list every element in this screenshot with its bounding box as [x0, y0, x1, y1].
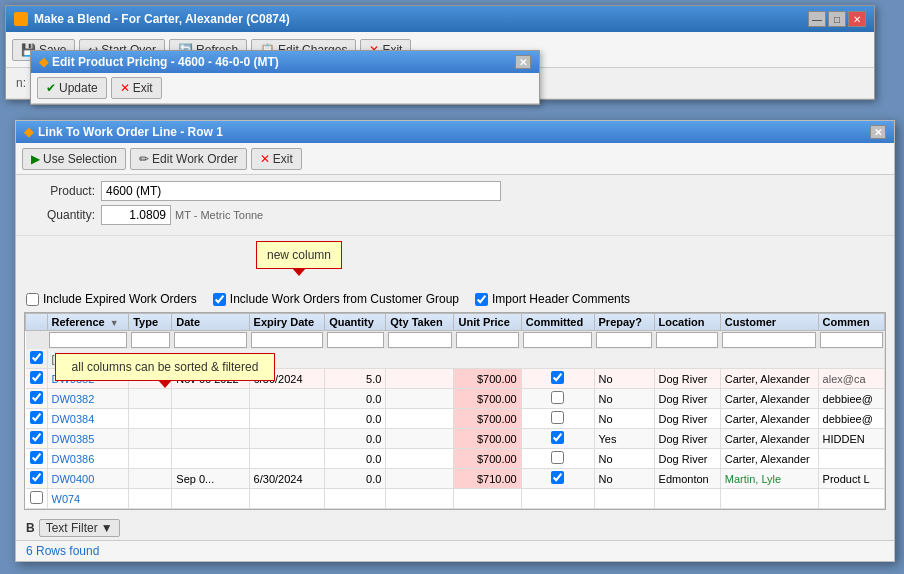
- col-unit-price[interactable]: Unit Price: [454, 314, 521, 331]
- date-cell: [172, 409, 249, 429]
- callout-area: new column: [16, 236, 894, 286]
- comment-cell: [818, 449, 884, 469]
- filter-committed[interactable]: [523, 332, 592, 348]
- include-from-group-checkbox[interactable]: [213, 293, 226, 306]
- table-row[interactable]: DW0382 0.0 $700.00 No Dog River Carter, …: [26, 389, 885, 409]
- workorder-title-bar: ◆ Link To Work Order Line - Row 1 ✕: [16, 121, 894, 143]
- col-committed[interactable]: Committed: [521, 314, 594, 331]
- filter-comment[interactable]: [820, 332, 882, 348]
- qty-cell: 0.0: [325, 469, 386, 489]
- col-prepay[interactable]: Prepay?: [594, 314, 654, 331]
- qty-cell: 0.0: [325, 409, 386, 429]
- type-cell: [129, 409, 172, 429]
- work-orders-table: Reference ▼ Type Date Expiry Date Quanti…: [25, 313, 885, 509]
- text-filter-dropdown-icon: ▼: [101, 521, 113, 535]
- text-filter-button[interactable]: Text Filter ▼: [39, 519, 120, 537]
- customer-cell: Carter, Alexander: [720, 409, 818, 429]
- committed-cell: [521, 389, 594, 409]
- comment-cell: debbiee@: [818, 389, 884, 409]
- prepay-cell: No: [594, 449, 654, 469]
- filter-date[interactable]: [174, 332, 247, 348]
- product-quantity-section: Product: Quantity: MT - Metric Tonne: [16, 175, 894, 236]
- filter-unit-price[interactable]: [456, 332, 519, 348]
- workorder-icon: ◆: [24, 125, 33, 139]
- price-cell: $700.00: [454, 369, 521, 389]
- work-orders-table-container: all columns can be sorted & filtered Ref…: [24, 312, 886, 510]
- date-cell: [172, 389, 249, 409]
- rows-found-status: 6 Rows found: [16, 540, 894, 561]
- include-expired-checkbox[interactable]: [26, 293, 39, 306]
- select-all-checkbox[interactable]: [30, 351, 43, 364]
- workorder-toolbar: ▶ Use Selection ✏ Edit Work Order ✕ Exit: [16, 143, 894, 175]
- row-checkbox-5[interactable]: [30, 451, 43, 464]
- qty-cell: 0.0: [325, 389, 386, 409]
- col-customer[interactable]: Customer: [720, 314, 818, 331]
- row-checkbox-3[interactable]: [30, 411, 43, 424]
- filter-reference[interactable]: [49, 332, 127, 348]
- table-row[interactable]: DW0385 0.0 $700.00 Yes Dog River Carter,…: [26, 429, 885, 449]
- ref-cell: W074: [47, 489, 129, 509]
- filter-qty-taken[interactable]: [388, 332, 452, 348]
- pricing-dialog-close[interactable]: ✕: [515, 55, 531, 69]
- committed-cell: [521, 469, 594, 489]
- import-header-label[interactable]: Import Header Comments: [475, 292, 630, 306]
- row-checkbox-1[interactable]: [30, 371, 43, 384]
- pricing-update-button[interactable]: ✔ Update: [37, 77, 107, 99]
- edit-work-order-icon: ✏: [139, 152, 149, 166]
- minimize-button[interactable]: —: [808, 11, 826, 27]
- row-checkbox-6[interactable]: [30, 471, 43, 484]
- row-checkbox-4[interactable]: [30, 431, 43, 444]
- date-cell: [172, 489, 249, 509]
- maximize-button[interactable]: □: [828, 11, 846, 27]
- update-icon: ✔: [46, 81, 56, 95]
- qty-cell: 0.0: [325, 429, 386, 449]
- product-input[interactable]: [101, 181, 501, 201]
- include-expired-label[interactable]: Include Expired Work Orders: [26, 292, 197, 306]
- quantity-input[interactable]: [101, 205, 171, 225]
- pricing-exit-button[interactable]: ✕ Exit: [111, 77, 162, 99]
- ref-cell: DW0400: [47, 469, 129, 489]
- col-location[interactable]: Location: [654, 314, 720, 331]
- pricing-dialog-title: Edit Product Pricing - 4600 - 46-0-0 (MT…: [52, 55, 279, 69]
- col-type[interactable]: Type: [129, 314, 172, 331]
- workorder-close-button[interactable]: ✕: [870, 125, 886, 139]
- filter-prepay[interactable]: [596, 332, 652, 348]
- include-from-group-label[interactable]: Include Work Orders from Customer Group: [213, 292, 459, 306]
- col-date[interactable]: Date: [172, 314, 249, 331]
- table-row[interactable]: DW0384 0.0 $700.00 No Dog River Carter, …: [26, 409, 885, 429]
- prepay-cell: No: [594, 469, 654, 489]
- type-cell: [129, 469, 172, 489]
- location-cell: Dog River: [654, 369, 720, 389]
- prepay-cell: No: [594, 369, 654, 389]
- main-window-title: Make a Blend - For Carter, Alexander (C0…: [34, 12, 290, 26]
- col-reference[interactable]: Reference ▼: [47, 314, 129, 331]
- import-header-checkbox[interactable]: [475, 293, 488, 306]
- prepay-cell: No: [594, 389, 654, 409]
- quantity-label: Quantity:: [30, 208, 95, 222]
- committed-cell: [521, 409, 594, 429]
- filter-expiry[interactable]: [251, 332, 323, 348]
- table-row[interactable]: W074: [26, 489, 885, 509]
- use-selection-button[interactable]: ▶ Use Selection: [22, 148, 126, 170]
- product-field-row: Product:: [30, 181, 880, 201]
- table-row[interactable]: DW0386 0.0 $700.00 No Dog River Carter, …: [26, 449, 885, 469]
- table-header-row: Reference ▼ Type Date Expiry Date Quanti…: [26, 314, 885, 331]
- filter-quantity[interactable]: [327, 332, 384, 348]
- col-expiry[interactable]: Expiry Date: [249, 314, 325, 331]
- close-button[interactable]: ✕: [848, 11, 866, 27]
- filter-location[interactable]: [656, 332, 718, 348]
- edit-work-order-button[interactable]: ✏ Edit Work Order: [130, 148, 247, 170]
- col-qty-taken[interactable]: Qty Taken: [386, 314, 454, 331]
- committed-cell: [521, 369, 594, 389]
- filter-type[interactable]: [131, 332, 170, 348]
- row-checkbox-7[interactable]: [30, 491, 43, 504]
- filter-customer[interactable]: [722, 332, 816, 348]
- table-row[interactable]: DW0400 Sep 0... 6/30/2024 0.0 $710.00 No…: [26, 469, 885, 489]
- col-comment[interactable]: Commen: [818, 314, 884, 331]
- workorder-exit-button[interactable]: ✕ Exit: [251, 148, 302, 170]
- row-checkbox-2[interactable]: [30, 391, 43, 404]
- qty-taken-cell: [386, 429, 454, 449]
- comment-cell: [818, 489, 884, 509]
- window-controls: — □ ✕: [808, 11, 866, 27]
- col-quantity[interactable]: Quantity: [325, 314, 386, 331]
